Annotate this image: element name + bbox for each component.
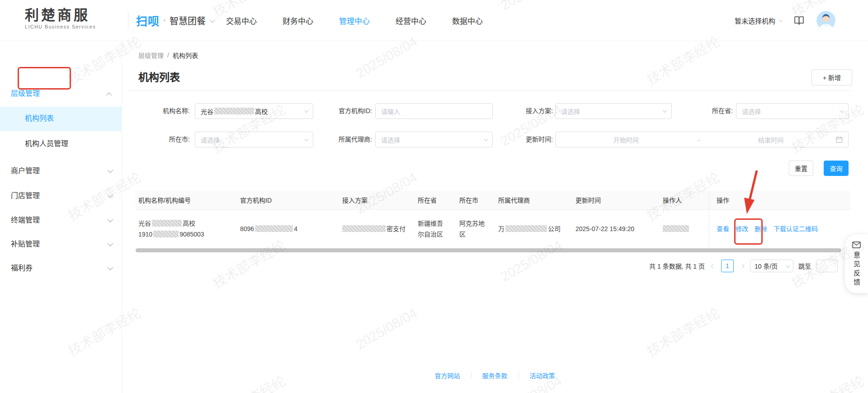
jump-label: 跳至 [798, 261, 811, 270]
chevron-down-icon [786, 263, 790, 268]
jump-page-input[interactable] [816, 260, 838, 272]
org-selector[interactable]: 暂未选择机构 [735, 16, 782, 25]
delete-link[interactable]: 删除 [755, 223, 767, 234]
official-id-placeholder: 请输入 [381, 107, 400, 116]
redacted-blur [152, 220, 182, 227]
footer-link-activity-policy[interactable]: 活动政策 [519, 371, 566, 380]
footer-link-terms[interactable]: 服务条款 [472, 371, 519, 380]
sidebar-group-store[interactable]: 门店管理 [11, 191, 40, 201]
page-size-select[interactable]: 10 条/页 [750, 260, 793, 272]
org-name-label: 机构名称: [136, 103, 190, 119]
title-divider [129, 90, 850, 91]
official-id-label: 官方机构ID: [318, 103, 372, 119]
org-name-select[interactable]: 光谷 高校 [195, 103, 313, 119]
company-logo: 利楚商服 LICHU Business Services [25, 8, 96, 29]
nav-data-center[interactable]: 数据中心 [452, 15, 483, 26]
chevron-down-icon [108, 241, 113, 246]
access-plan-select[interactable]: 请选择 [555, 103, 672, 119]
product-switcher[interactable]: 扫呗 智慧团餐 [136, 0, 214, 41]
dot-icon [164, 19, 165, 21]
org-name-cell: 光谷高校 19109085003 [136, 218, 240, 240]
sidebar-group-welfare-coupon[interactable]: 福利券 [11, 263, 33, 273]
table-header: 机构名称/机构编号 官方机构ID 接入方案 所在省 所在市 所属代理商 更新时间… [136, 191, 850, 210]
chevron-down-icon [210, 17, 216, 23]
redacted-blur [663, 225, 689, 232]
chevron-down-icon [663, 108, 667, 113]
page-size-value: 10 条/页 [755, 261, 778, 270]
chevron-down-icon [304, 137, 309, 141]
operator-cell [663, 223, 709, 234]
horizontal-scrollbar[interactable] [136, 248, 841, 252]
province-label: 所在省: [679, 103, 733, 119]
download-qr-link[interactable]: 下载认证二维码 [774, 223, 818, 234]
sidebar-group-subsidy[interactable]: 补贴管理 [11, 239, 40, 249]
manual-book-icon[interactable] [793, 15, 805, 26]
footer-link-official-site[interactable]: 官方网站 [424, 371, 471, 380]
column-header-city: 所在市 [459, 195, 498, 206]
product-name: 智慧团餐 [170, 14, 206, 27]
next-page-icon[interactable] [739, 260, 745, 272]
breadcrumb-separator: / [167, 52, 169, 59]
chevron-down-icon [304, 108, 309, 113]
breadcrumb-current: 机构列表 [173, 51, 198, 60]
update-time-range-picker[interactable]: 开始时间 → 结束时间 [555, 132, 849, 147]
actions-cell: 查看 修改 删除 下载认证二维码 [709, 210, 850, 248]
org-code-suffix: 9085003 [179, 231, 204, 238]
pagination-summary: 共 1 条数据, 共 1 页 [649, 261, 705, 270]
envelope-icon [852, 241, 861, 248]
breadcrumb: 层级管理 / 机构列表 [138, 51, 198, 60]
sidebar-group-level-management[interactable]: 层级管理 [11, 89, 40, 99]
view-link[interactable]: 查看 [717, 223, 729, 234]
redacted-blur [255, 225, 293, 232]
topbar-divider [128, 11, 128, 29]
column-header-operator: 操作人 [663, 195, 709, 206]
column-header-update-time: 更新时间 [576, 195, 663, 206]
update-time-cell: 2025-07-22 15:49:20 [576, 223, 663, 234]
sidebar-item-org-list[interactable]: 机构列表 [25, 114, 54, 123]
org-name-value-suffix: 高校 [255, 107, 268, 116]
search-button[interactable]: 查询 [824, 161, 849, 176]
chevron-down-icon [840, 108, 844, 113]
nav-operation-center[interactable]: 经营中心 [396, 15, 426, 26]
edit-link[interactable]: 修改 [736, 223, 748, 234]
main-nav: 交易中心 财务中心 管理中心 经营中心 数据中心 [226, 0, 483, 41]
column-header-province: 所在省 [418, 195, 459, 206]
province-placeholder: 请选择 [742, 107, 761, 116]
sidebar: 层级管理 机构列表 机构人员管理 商户管理 门店管理 终端管理 补贴管理 福利券 [0, 41, 122, 393]
feedback-button[interactable]: 意见反馈 [845, 234, 868, 293]
topbar-right: 暂未选择机构 [735, 0, 835, 41]
column-header-official-id: 官方机构ID [240, 195, 342, 206]
footer: 官方网站 服务条款 活动政策 [122, 371, 868, 380]
nav-finance-center[interactable]: 财务中心 [283, 15, 313, 26]
access-plan-placeholder: 请选择 [561, 107, 580, 116]
nav-trade-center[interactable]: 交易中心 [226, 15, 257, 26]
province-select[interactable]: 请选择 [736, 103, 849, 119]
redacted-blur [214, 108, 254, 114]
city-select[interactable]: 请选择 [195, 132, 313, 147]
sidebar-item-org-staff[interactable]: 机构人员管理 [25, 139, 68, 149]
pagination: 共 1 条数据, 共 1 页 1 10 条/页 跳至 [649, 259, 838, 273]
end-time-placeholder: 结束时间 [706, 135, 836, 144]
reset-button[interactable]: 重置 [789, 161, 813, 176]
nav-management-center[interactable]: 管理中心 [339, 15, 370, 26]
breadcrumb-parent[interactable]: 层级管理 [138, 51, 164, 60]
update-time-label: 更新时间: [499, 132, 553, 147]
logo-title: 利楚商服 [25, 8, 96, 23]
feedback-label: 意见反馈 [852, 251, 861, 288]
agent-suffix: 公司 [548, 225, 561, 232]
add-org-button[interactable]: + 新增 [811, 69, 852, 85]
org-code-prefix: 1910 [138, 231, 152, 238]
official-id-input[interactable]: 请输入 [375, 103, 493, 119]
sidebar-group-terminal[interactable]: 终端管理 [11, 215, 40, 225]
page-number-button[interactable]: 1 [721, 260, 734, 272]
chevron-down-icon [108, 217, 113, 223]
agent-select[interactable]: 请选择 [375, 132, 493, 147]
user-avatar[interactable] [816, 11, 835, 30]
calendar-icon [836, 136, 843, 143]
org-name-suffix: 高校 [183, 220, 195, 227]
prev-page-icon[interactable] [710, 260, 716, 272]
city-label: 所在市: [136, 132, 190, 147]
agent-placeholder: 请选择 [381, 135, 400, 144]
sidebar-group-merchant[interactable]: 商户管理 [11, 166, 40, 176]
chevron-down-icon [484, 137, 488, 141]
